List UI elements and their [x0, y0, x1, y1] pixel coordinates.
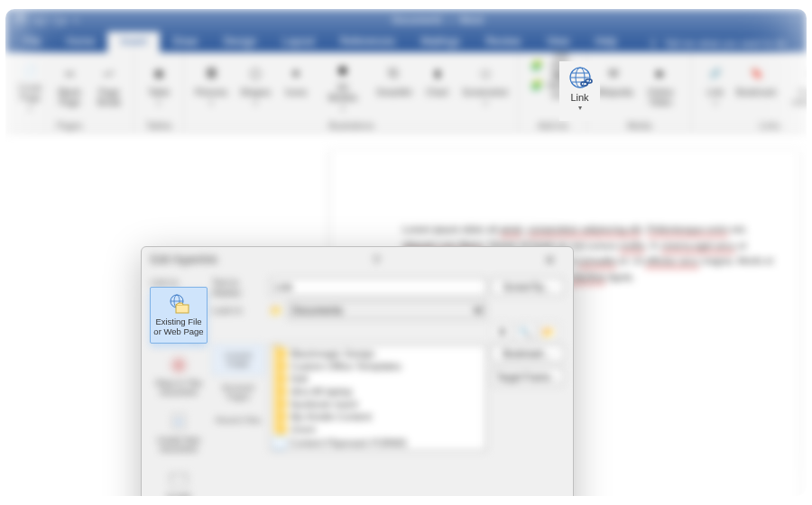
- globe-folder-icon: [166, 293, 191, 315]
- file-list-item[interactable]: Blackmagic Design: [272, 347, 484, 360]
- bookmark-icon: 🔖: [744, 60, 770, 86]
- link-icon: [567, 67, 594, 90]
- group-label-tables: Tables: [140, 119, 178, 131]
- svg-point-10: [176, 363, 181, 368]
- tab-help[interactable]: Help: [582, 32, 630, 52]
- target-icon: [166, 354, 191, 376]
- linkto-place-label: Place in This Document: [153, 379, 204, 397]
- save-icon[interactable]: [14, 14, 27, 26]
- table-button[interactable]: ▦Table▾: [140, 56, 178, 117]
- linkto-newdoc-label: Create New Document: [153, 436, 204, 454]
- tab-draw[interactable]: Draw: [160, 32, 210, 52]
- file-list-item[interactable]: My Kindle Content: [272, 410, 484, 423]
- linkto-new-doc[interactable]: Create New Document: [151, 405, 207, 460]
- chart-button[interactable]: ▮Chart: [419, 56, 455, 117]
- link-button-blur[interactable]: 🔗Link▾: [697, 56, 734, 117]
- file-list[interactable]: Blackmagic DesignCustom Office Templates…: [270, 344, 486, 451]
- hyperlink-dialog: Edit Hyperlink ? ✕ Link to: Existing Fil…: [141, 246, 574, 496]
- screenshot-icon: ▢: [473, 60, 498, 86]
- close-icon[interactable]: ✕: [535, 253, 564, 267]
- icons-icon: ★: [283, 60, 309, 86]
- linkto-existing-file-or-web-page[interactable]: Existing File or Web Page: [150, 287, 208, 344]
- browse-web-button[interactable]: 🔍: [515, 323, 535, 341]
- cross-reference-button[interactable]: ↔Cross- reference: [780, 56, 807, 117]
- svg-rect-6: [586, 79, 592, 83]
- smartart-button[interactable]: ⿻SmartArt: [371, 56, 417, 117]
- title-bar: ▾ Document1 – Word: [5, 9, 807, 31]
- file-name: My Kindle Content: [291, 411, 372, 422]
- pictures-icon: 🖼: [198, 60, 224, 86]
- bookmark-button[interactable]: 🔖Bookmark: [735, 56, 779, 117]
- cover-page-icon: 📄: [17, 60, 42, 81]
- file-list-item[interactable]: Edit preferences: [272, 450, 484, 451]
- undo-icon[interactable]: [34, 14, 47, 26]
- nav-recent-files[interactable]: Recent Files: [212, 409, 264, 431]
- look-in-select[interactable]: Documents: [288, 301, 486, 319]
- shapes-icon: ◯: [243, 60, 268, 86]
- smartart-icon: ⿻: [382, 60, 407, 86]
- bookmark-dialog-button[interactable]: Bookmark…: [492, 344, 564, 363]
- linkto-email-label: E-mail Address: [153, 492, 204, 496]
- up-folder-button[interactable]: ⬆: [492, 323, 512, 341]
- nav-browsed-pages[interactable]: Browsed Pages: [212, 377, 264, 408]
- tab-references[interactable]: References: [328, 32, 408, 52]
- 3d-models-button[interactable]: ⬢3D Models▾: [316, 56, 369, 117]
- cover-page-button[interactable]: 📄Cover Page▾: [11, 56, 49, 117]
- table-icon: ▦: [146, 60, 171, 86]
- target-frame-button[interactable]: Target Frame…: [492, 368, 564, 386]
- ribbon-tabs: File Home Insert Draw Design Layout Refe…: [5, 31, 807, 52]
- text-to-display-input[interactable]: [270, 278, 486, 296]
- file-list-item[interactable]: Custom Office Templates: [272, 360, 484, 372]
- file-name: Content Flipsnack FORMS: [289, 437, 407, 448]
- svg-point-2: [651, 40, 656, 45]
- tab-layout[interactable]: Layout: [270, 32, 328, 52]
- tab-review[interactable]: Review: [473, 32, 533, 52]
- link-button[interactable]: Link ▾: [559, 61, 600, 121]
- shapes-button[interactable]: ◯Shapes▾: [235, 56, 276, 117]
- screentip-button[interactable]: ScreenTip…: [492, 278, 564, 296]
- file-name: Zoom: [291, 424, 316, 435]
- new-doc-icon: [166, 411, 191, 433]
- file-name: dino-lift laptop: [291, 386, 353, 397]
- file-list-item[interactable]: Zoom: [272, 423, 484, 436]
- tab-mailings[interactable]: Mailings: [408, 32, 473, 52]
- wikipedia-icon: W: [601, 60, 626, 86]
- svg-rect-15: [176, 305, 189, 313]
- tell-me-search[interactable]: Tell me what you want to do: [648, 38, 787, 52]
- chevron-down-icon: ▾: [578, 104, 582, 112]
- file-name: facebook reach: [291, 399, 358, 409]
- linkto-existing-label: Existing File or Web Page: [153, 317, 203, 337]
- search-icon: 🔍: [519, 326, 531, 338]
- store-icon: 🧩: [531, 58, 543, 72]
- dialog-help-icon[interactable]: ?: [362, 253, 391, 267]
- addins-icon: 🧩: [531, 78, 543, 92]
- file-list-item[interactable]: facebook reach: [272, 398, 484, 410]
- redo-icon[interactable]: [54, 14, 67, 26]
- file-list-item[interactable]: Content Flipsnack FORMS: [272, 436, 484, 450]
- linkto-place-in-doc[interactable]: Place in This Document: [151, 348, 207, 403]
- look-in-label: Look in:: [212, 306, 264, 316]
- file-name: Blackmagic Design: [291, 348, 375, 359]
- tab-home[interactable]: Home: [53, 32, 107, 52]
- browse-file-button[interactable]: 📂: [539, 323, 558, 341]
- nav-current-folder[interactable]: Current Folder: [212, 344, 264, 375]
- screenshot-button[interactable]: ▢Screenshot▾: [457, 56, 513, 117]
- folder-icon: [274, 424, 287, 435]
- file-list-item[interactable]: dino-lift laptop: [272, 385, 484, 398]
- file-list-item[interactable]: Dell: [272, 372, 484, 385]
- open-folder-icon: 📂: [542, 326, 555, 338]
- online-video-button[interactable]: ▶Online Video: [636, 56, 686, 117]
- tab-file[interactable]: File: [11, 32, 53, 52]
- file-icon: [274, 436, 285, 449]
- linkto-email[interactable]: E-mail Address: [151, 462, 207, 496]
- group-label-illustrations: Illustrations: [189, 119, 512, 131]
- icons-button[interactable]: ★Icons: [278, 56, 314, 117]
- blank-page-button[interactable]: ▭Blank Page: [51, 56, 88, 117]
- page-break-icon: ⮐: [97, 60, 122, 86]
- ribbon: 📄Cover Page▾ ▭Blank Page ⮐Page Break Pag…: [5, 52, 807, 133]
- tab-insert[interactable]: Insert: [107, 32, 160, 52]
- tab-design[interactable]: Design: [210, 32, 269, 52]
- pictures-button[interactable]: 🖼Pictures▾: [189, 56, 233, 117]
- app-name: Word: [459, 14, 483, 25]
- page-break-button[interactable]: ⮐Page Break: [90, 56, 128, 117]
